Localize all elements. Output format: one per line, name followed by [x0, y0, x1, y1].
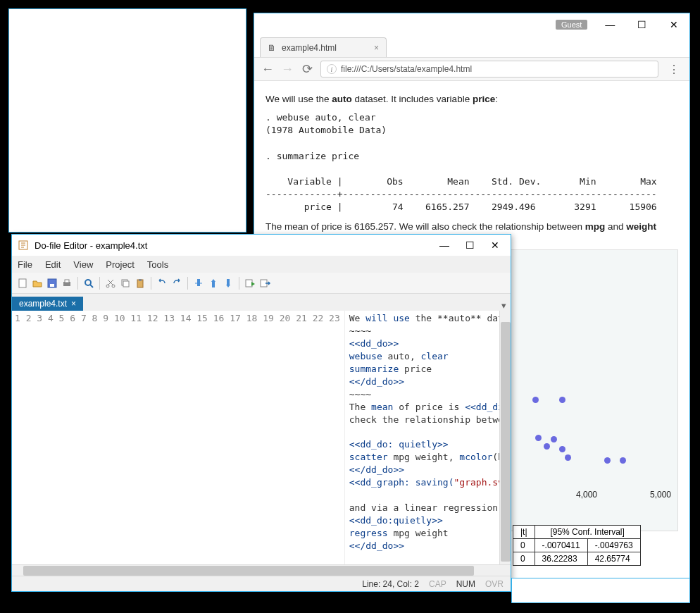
- page-icon: 🗎: [268, 43, 276, 53]
- save-icon[interactable]: [46, 277, 58, 290]
- horizontal-scrollbar[interactable]: [12, 564, 511, 576]
- chart-point: [565, 454, 571, 461]
- intro-text: We will use the auto dataset. It include…: [265, 94, 678, 104]
- blank-window: [8, 8, 246, 233]
- browser-tabs: 🗎 example4.html ×: [254, 36, 689, 57]
- paste-icon[interactable]: [134, 277, 146, 290]
- bookmark-toggle-icon[interactable]: [192, 277, 205, 290]
- svg-rect-5: [65, 280, 69, 283]
- browser-titlebar: Guest — ☐ ✕: [254, 13, 689, 36]
- undo-icon[interactable]: [156, 277, 168, 290]
- regression-table: |t|[95% Conf. Interval] 0-.0070411-.0049…: [513, 525, 641, 566]
- redo-icon[interactable]: [170, 277, 183, 290]
- tab-title: example4.html: [282, 43, 337, 53]
- status-line-col: Line: 24, Col: 2: [362, 579, 419, 589]
- forward-button[interactable]: →: [281, 62, 294, 77]
- run-icon[interactable]: [244, 277, 256, 290]
- url-bar[interactable]: i file:///C:/Users/stata/example4.html: [320, 61, 658, 78]
- print-icon[interactable]: [61, 277, 73, 290]
- menu-tools[interactable]: Tools: [147, 259, 168, 270]
- svg-rect-17: [246, 280, 252, 287]
- chart-point: [559, 397, 565, 403]
- reload-button[interactable]: ⟳: [301, 61, 313, 77]
- dofile-tabs: example4.txt × ▾: [12, 294, 511, 311]
- svg-rect-13: [139, 279, 142, 281]
- info-icon[interactable]: i: [327, 64, 337, 74]
- dofile-title: Do-file Editor - example4.txt: [35, 240, 429, 251]
- tab-close-icon[interactable]: ×: [71, 299, 76, 309]
- svg-rect-1: [19, 279, 26, 287]
- dofile-menubar: File Edit View Project Tools: [12, 256, 511, 273]
- new-icon[interactable]: [16, 277, 29, 290]
- minimize-button[interactable]: —: [600, 18, 620, 32]
- cut-icon[interactable]: [104, 277, 117, 290]
- dofile-tab-label: example4.txt: [19, 299, 67, 309]
- close-button[interactable]: ✕: [664, 18, 684, 32]
- execute-icon[interactable]: [258, 277, 271, 290]
- code-area[interactable]: We will use the **auto** dataset. It inc…: [345, 311, 511, 564]
- svg-rect-14: [197, 279, 200, 286]
- scrollbar-thumb[interactable]: [23, 566, 474, 576]
- x-tick: 5,000: [650, 490, 671, 500]
- close-button[interactable]: ✕: [485, 238, 505, 252]
- menu-file[interactable]: File: [18, 259, 32, 270]
- menu-view[interactable]: View: [73, 259, 93, 270]
- svg-line-7: [90, 285, 93, 287]
- svg-rect-15: [212, 282, 215, 287]
- back-button[interactable]: ←: [261, 62, 274, 77]
- dofile-statusbar: Line: 24, Col: 2 CAP NUM OVR: [12, 576, 511, 591]
- maximize-button[interactable]: ☐: [460, 238, 480, 252]
- status-num: NUM: [456, 579, 475, 589]
- chart-point: [532, 397, 539, 403]
- dofile-toolbar: [12, 273, 511, 294]
- new-tab-button[interactable]: [391, 43, 405, 57]
- line-gutter: 1 2 3 4 5 6 7 8 9 10 11 12 13 14 15 16 1…: [12, 311, 345, 564]
- svg-rect-3: [50, 284, 54, 287]
- browser-tab[interactable]: 🗎 example4.html ×: [260, 37, 387, 57]
- maximize-button[interactable]: ☐: [632, 18, 652, 32]
- browser-navbar: ← → ⟳ i file:///C:/Users/stata/example4.…: [254, 57, 689, 81]
- dofile-editor-window: Do-file Editor - example4.txt — ☐ ✕ File…: [11, 234, 511, 592]
- dofile-icon: [18, 240, 29, 251]
- chart-point: [604, 457, 611, 464]
- copy-icon[interactable]: [119, 277, 132, 290]
- chart-point: [551, 436, 557, 442]
- svg-point-6: [85, 280, 91, 285]
- open-icon[interactable]: [31, 277, 44, 290]
- chart-point: [620, 457, 626, 464]
- svg-rect-16: [227, 279, 230, 285]
- status-ovr: OVR: [485, 579, 504, 589]
- dofile-tab[interactable]: example4.txt ×: [12, 297, 83, 311]
- chart-point: [544, 443, 550, 450]
- stata-output: . webuse auto, clear (1978 Automobile Da…: [265, 111, 678, 214]
- find-icon[interactable]: [82, 277, 95, 290]
- tabs-dropdown-icon[interactable]: ▾: [501, 300, 506, 311]
- x-tick: 4,000: [576, 490, 597, 500]
- chart-point: [559, 446, 565, 452]
- menu-project[interactable]: Project: [106, 259, 134, 270]
- menu-edit[interactable]: Edit: [45, 259, 61, 270]
- dofile-titlebar: Do-file Editor - example4.txt — ☐ ✕: [12, 235, 511, 256]
- vertical-scrollbar[interactable]: [499, 311, 511, 564]
- bookmark-next-icon[interactable]: [222, 277, 235, 290]
- tab-close-icon[interactable]: ×: [374, 43, 379, 53]
- guest-badge: Guest: [556, 20, 587, 30]
- url-text: file:///C:/Users/stata/example4.html: [341, 64, 472, 74]
- scrollbar-thumb[interactable]: [501, 322, 511, 562]
- minimize-button[interactable]: —: [435, 238, 454, 252]
- bookmark-prev-icon[interactable]: [207, 277, 220, 290]
- browser-menu-button[interactable]: ⋮: [665, 63, 682, 76]
- status-cap: CAP: [429, 579, 446, 589]
- blank-strip: [511, 578, 690, 603]
- svg-rect-11: [123, 281, 129, 287]
- code-editor[interactable]: 1 2 3 4 5 6 7 8 9 10 11 12 13 14 15 16 1…: [12, 311, 511, 564]
- chart-point: [535, 435, 542, 441]
